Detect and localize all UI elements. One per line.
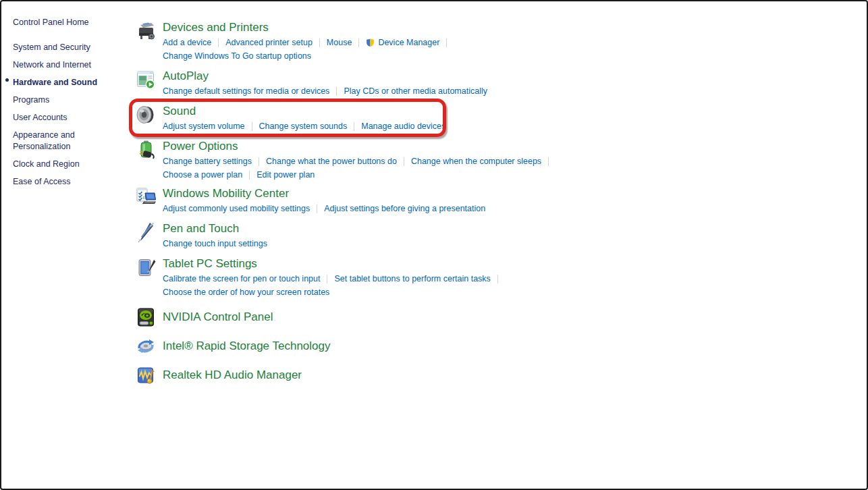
task-label: Device Manager xyxy=(378,38,439,47)
section-intel-rapid-storage: Intel® Rapid Storage Technology xyxy=(135,335,330,357)
task-row: Add a device Advanced printer setup Mous… xyxy=(163,36,454,49)
separator xyxy=(249,171,250,180)
separator xyxy=(327,275,327,283)
separator xyxy=(446,38,447,47)
task-change-default-settings-media[interactable]: Change default settings for media or dev… xyxy=(163,86,329,96)
task-row: Calibrate the screen for pen or touch in… xyxy=(163,272,505,285)
separator xyxy=(336,87,337,96)
task-row: Choose a power plan Edit power plan xyxy=(163,168,555,182)
sidebar-item-appearance-and-personalization[interactable]: Appearance and Personalization xyxy=(13,126,114,155)
section-nvidia-control-panel: NVIDIA Control Panel xyxy=(135,306,273,328)
nvidia-icon[interactable] xyxy=(135,306,157,328)
task-adjust-presentation-settings[interactable]: Adjust settings before giving a presenta… xyxy=(324,204,485,213)
section-title-pen-and-touch[interactable]: Pen and Touch xyxy=(163,221,267,236)
separator xyxy=(497,275,498,283)
separator xyxy=(548,157,549,166)
task-change-computer-sleep[interactable]: Change when the computer sleeps xyxy=(411,157,541,166)
pen-icon[interactable] xyxy=(135,221,157,243)
task-row: Adjust commonly used mobility settings A… xyxy=(163,202,485,215)
sidebar-item-clock-and-region[interactable]: Clock and Region xyxy=(13,155,114,173)
section-title-tablet-pc-settings[interactable]: Tablet PC Settings xyxy=(163,256,505,271)
intel-rst-icon[interactable] xyxy=(135,335,157,357)
separator xyxy=(354,122,354,131)
task-add-a-device[interactable]: Add a device xyxy=(163,38,211,47)
tablet-icon[interactable] xyxy=(135,256,157,278)
task-manage-audio-devices[interactable]: Manage audio devices xyxy=(361,121,445,131)
task-calibrate-screen[interactable]: Calibrate the screen for pen or touch in… xyxy=(163,274,320,283)
section-pen-and-touch: Pen and Touch Change touch input setting… xyxy=(135,221,267,250)
separator xyxy=(252,122,252,131)
task-change-windows-to-go[interactable]: Change Windows To Go startup options xyxy=(163,51,311,61)
section-title-windows-mobility-center[interactable]: Windows Mobility Center xyxy=(163,186,485,200)
uac-shield-icon xyxy=(366,38,375,47)
section-power-options: Power Options Change battery settings Ch… xyxy=(135,139,555,182)
task-row: Change touch input settings xyxy=(163,237,267,250)
task-row: Change default settings for media or dev… xyxy=(163,84,487,98)
task-advanced-printer-setup[interactable]: Advanced printer setup xyxy=(225,38,313,47)
speaker-icon[interactable] xyxy=(135,104,157,126)
sidebar: Control Panel Home System and Security N… xyxy=(1,1,130,190)
task-row: Change battery settings Change what the … xyxy=(163,155,555,168)
section-title-realtek-hd-audio[interactable]: Realtek HD Audio Manager xyxy=(163,364,302,386)
task-mouse[interactable]: Mouse xyxy=(327,38,352,47)
separator xyxy=(259,157,259,166)
separator xyxy=(358,38,359,47)
control-panel-window: Control Panel Home System and Security N… xyxy=(0,0,868,490)
separator xyxy=(319,38,320,47)
section-title-intel-rapid-storage[interactable]: Intel® Rapid Storage Technology xyxy=(163,335,330,357)
section-realtek-hd-audio: Realtek HD Audio Manager xyxy=(135,364,302,386)
section-title-autoplay[interactable]: AutoPlay xyxy=(163,69,487,83)
task-change-touch-input[interactable]: Change touch input settings xyxy=(163,239,267,248)
mobility-icon[interactable] xyxy=(135,186,157,208)
sidebar-item-programs[interactable]: Programs xyxy=(13,91,114,109)
sidebar-item-control-panel-home[interactable]: Control Panel Home xyxy=(13,13,130,31)
battery-icon[interactable] xyxy=(135,139,157,161)
task-adjust-system-volume[interactable]: Adjust system volume xyxy=(163,121,245,131)
task-choose-power-plan[interactable]: Choose a power plan xyxy=(163,170,242,180)
section-windows-mobility-center: Windows Mobility Center Adjust commonly … xyxy=(135,186,485,215)
sidebar-item-hardware-and-sound[interactable]: Hardware and Sound xyxy=(13,74,114,91)
section-autoplay: AutoPlay Change default settings for med… xyxy=(135,69,487,98)
task-choose-screen-rotation-order[interactable]: Choose the order of how your screen rota… xyxy=(163,288,329,297)
task-adjust-mobility-settings[interactable]: Adjust commonly used mobility settings xyxy=(163,204,310,213)
section-tablet-pc-settings: Tablet PC Settings Calibrate the screen … xyxy=(135,256,505,299)
section-title-sound[interactable]: Sound xyxy=(163,104,445,118)
task-row: Choose the order of how your screen rota… xyxy=(163,285,505,299)
sidebar-item-user-accounts[interactable]: User Accounts xyxy=(13,109,114,126)
task-change-battery-settings[interactable]: Change battery settings xyxy=(163,157,252,166)
task-device-manager[interactable]: Device Manager xyxy=(366,38,439,47)
task-set-tablet-buttons[interactable]: Set tablet buttons to perform certain ta… xyxy=(334,274,490,283)
separator xyxy=(218,38,219,47)
section-title-power-options[interactable]: Power Options xyxy=(163,139,555,153)
autoplay-icon[interactable] xyxy=(135,69,157,90)
task-row: Adjust system volume Change system sound… xyxy=(163,119,445,133)
task-change-power-buttons[interactable]: Change what the power buttons do xyxy=(266,157,397,166)
sidebar-item-network-and-internet[interactable]: Network and Internet xyxy=(13,56,114,74)
printer-icon[interactable] xyxy=(135,20,157,42)
section-title-nvidia-control-panel[interactable]: NVIDIA Control Panel xyxy=(163,306,273,328)
section-title-devices-and-printers[interactable]: Devices and Printers xyxy=(163,20,454,34)
sidebar-item-label: Hardware and Sound xyxy=(13,78,97,87)
section-sound: Sound Adjust system volume Change system… xyxy=(135,104,445,133)
realtek-icon[interactable] xyxy=(135,364,157,386)
separator xyxy=(317,205,317,213)
task-edit-power-plan[interactable]: Edit power plan xyxy=(256,170,315,180)
active-bullet-icon xyxy=(5,78,9,82)
task-change-system-sounds[interactable]: Change system sounds xyxy=(259,121,348,131)
sidebar-item-system-and-security[interactable]: System and Security xyxy=(13,38,114,56)
task-row: Change Windows To Go startup options xyxy=(163,49,454,63)
separator xyxy=(404,157,404,166)
sidebar-item-ease-of-access[interactable]: Ease of Access xyxy=(13,173,114,190)
section-devices-and-printers: Devices and Printers Add a device Advanc… xyxy=(135,20,454,63)
task-play-cds-automatically[interactable]: Play CDs or other media automatically xyxy=(344,86,487,96)
